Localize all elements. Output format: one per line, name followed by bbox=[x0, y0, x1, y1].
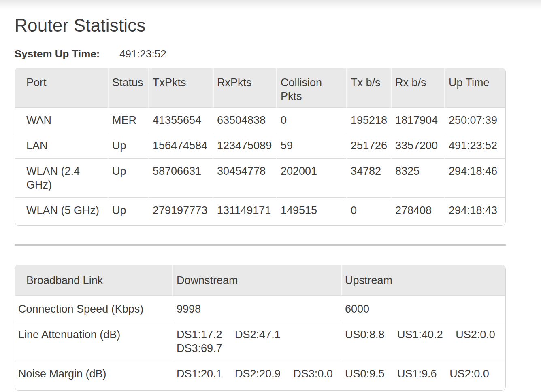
value: DS2:47.1 bbox=[235, 328, 281, 341]
value: US2:0.0 bbox=[456, 328, 495, 341]
system-up-time-label: System Up Time: bbox=[15, 47, 119, 61]
up-time-cell: 491:23:52 bbox=[444, 133, 505, 158]
txpkts-cell: 279197773 bbox=[148, 197, 213, 225]
status-cell: Up bbox=[108, 133, 148, 158]
value: 6000 bbox=[345, 302, 369, 316]
value: DS1:20.1 bbox=[177, 367, 222, 381]
upstream-cell: 6000 bbox=[341, 295, 505, 321]
port-cell: LAN bbox=[15, 133, 108, 158]
status-cell: MER bbox=[108, 107, 148, 133]
section-divider bbox=[15, 244, 506, 246]
collision-pkts-cell: 202001 bbox=[276, 158, 346, 197]
broadband-link-table: Broadband Link Downstream Upstream Conne… bbox=[15, 265, 505, 390]
col-header-upstream: Upstream bbox=[341, 265, 505, 295]
rx-bs-cell: 1817904 bbox=[391, 107, 444, 133]
up-time-cell: 250:07:39 bbox=[444, 107, 505, 133]
col-header-collision-pkts-label: Collision Pkts bbox=[281, 76, 330, 103]
status-cell: Up bbox=[108, 158, 148, 197]
txpkts-cell: 41355654 bbox=[148, 107, 213, 133]
top-shadow bbox=[0, 0, 541, 10]
port-row-wlan-24ghz: WLAN (2.4 GHz) Up 58706631 30454778 2020… bbox=[15, 158, 505, 197]
value: US0:8.8 bbox=[345, 328, 385, 341]
up-time-cell: 294:18:46 bbox=[444, 158, 505, 197]
metric-label-cell: Noise Margin (dB) bbox=[15, 360, 172, 390]
col-header-status: Status bbox=[108, 68, 148, 107]
col-header-downstream: Downstream bbox=[172, 265, 341, 295]
tx-bs-cell: 195218 bbox=[346, 107, 391, 133]
collision-pkts-cell: 59 bbox=[276, 133, 346, 158]
col-header-collision-pkts: Collision Pkts bbox=[276, 68, 346, 107]
col-header-rx-bs: Rx b/s bbox=[391, 68, 444, 107]
value: 9998 bbox=[177, 302, 201, 316]
collision-pkts-cell: 149515 bbox=[276, 197, 346, 225]
col-header-broadband-link: Broadband Link bbox=[15, 265, 172, 295]
value: DS1:17.2 bbox=[177, 328, 222, 341]
value: US1:9.6 bbox=[397, 367, 437, 381]
txpkts-cell: 58706631 bbox=[148, 158, 213, 197]
rxpkts-cell: 131149171 bbox=[213, 197, 276, 225]
port-statistics-table: Port Status TxPkts RxPkts Collision Pkts… bbox=[15, 68, 505, 225]
rxpkts-cell: 63504838 bbox=[213, 107, 276, 133]
rx-bs-cell: 3357200 bbox=[391, 133, 444, 158]
port-cell: WAN bbox=[15, 107, 108, 133]
tx-bs-cell: 251726 bbox=[346, 133, 391, 158]
collision-pkts-cell: 0 bbox=[276, 107, 346, 133]
port-row-wan: WAN MER 41355654 63504838 0 195218 18179… bbox=[15, 107, 505, 133]
page-title: Router Statistics bbox=[15, 14, 541, 37]
col-header-up-time: Up Time bbox=[444, 68, 505, 107]
port-table-header-row: Port Status TxPkts RxPkts Collision Pkts… bbox=[15, 68, 505, 107]
value: DS2:20.9 bbox=[235, 367, 281, 381]
port-cell: WLAN (5 GHz) bbox=[15, 197, 108, 225]
upstream-cell: US0:9.5 US1:9.6 US2:0.0 bbox=[341, 360, 505, 390]
col-header-tx-bs: Tx b/s bbox=[346, 68, 391, 107]
up-time-cell: 294:18:43 bbox=[444, 197, 505, 225]
broadband-row-noise-margin: Noise Margin (dB) DS1:20.1 DS2:20.9 DS3:… bbox=[15, 360, 505, 390]
downstream-cell: DS1:17.2 DS2:47.1 DS3:69.7 bbox=[172, 321, 341, 360]
broadband-link-card: Broadband Link Downstream Upstream Conne… bbox=[15, 265, 506, 391]
status-cell: Up bbox=[108, 197, 148, 225]
broadband-table-header-row: Broadband Link Downstream Upstream bbox=[15, 265, 505, 295]
col-header-txpkts: TxPkts bbox=[148, 68, 213, 107]
col-header-rxpkts: RxPkts bbox=[213, 68, 276, 107]
broadband-row-line-attenuation: Line Attenuation (dB) DS1:17.2 DS2:47.1 … bbox=[15, 321, 505, 360]
broadband-row-connection-speed: Connection Speed (Kbps) 9998 6000 bbox=[15, 295, 505, 321]
col-header-port: Port bbox=[15, 68, 108, 107]
metric-label-cell: Line Attenuation (dB) bbox=[15, 321, 172, 360]
value: DS3:69.7 bbox=[177, 341, 222, 355]
port-row-wlan-5ghz: WLAN (5 GHz) Up 279197773 131149171 1495… bbox=[15, 197, 505, 225]
rxpkts-cell: 123475089 bbox=[213, 133, 276, 158]
system-up-time: System Up Time: 491:23:52 bbox=[15, 47, 541, 61]
system-up-time-value: 491:23:52 bbox=[119, 47, 166, 61]
upstream-cell: US0:8.8 US1:40.2 US2:0.0 bbox=[341, 321, 505, 360]
port-cell: WLAN (2.4 GHz) bbox=[15, 158, 108, 197]
value: DS3:0.0 bbox=[293, 367, 333, 381]
rx-bs-cell: 278408 bbox=[391, 197, 444, 225]
txpkts-cell: 156474584 bbox=[148, 133, 213, 158]
downstream-cell: DS1:20.1 DS2:20.9 DS3:0.0 bbox=[172, 360, 341, 390]
value: US0:9.5 bbox=[345, 367, 385, 381]
tx-bs-cell: 34782 bbox=[346, 158, 391, 197]
rx-bs-cell: 8325 bbox=[391, 158, 444, 197]
value: US2:0.0 bbox=[449, 367, 489, 381]
downstream-cell: 9998 bbox=[172, 295, 341, 321]
value: US1:40.2 bbox=[397, 328, 443, 341]
metric-label-cell: Connection Speed (Kbps) bbox=[15, 295, 172, 321]
port-statistics-card: Port Status TxPkts RxPkts Collision Pkts… bbox=[15, 68, 506, 226]
rxpkts-cell: 30454778 bbox=[213, 158, 276, 197]
port-row-lan: LAN Up 156474584 123475089 59 251726 335… bbox=[15, 133, 505, 158]
tx-bs-cell: 0 bbox=[346, 197, 391, 225]
